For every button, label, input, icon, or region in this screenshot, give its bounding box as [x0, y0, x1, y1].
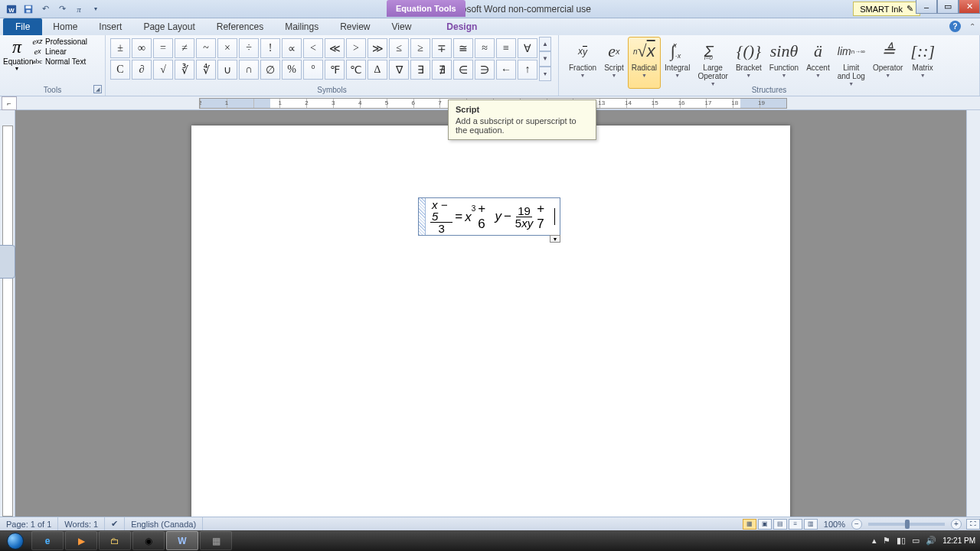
tab-selector[interactable]: ⌐: [2, 96, 17, 110]
view-outline[interactable]: ≡: [789, 519, 802, 530]
symbol-button[interactable]: ≫: [368, 38, 387, 58]
symbol-button[interactable]: ↑: [518, 60, 537, 80]
taskbar-word[interactable]: W: [166, 531, 198, 550]
tray-clock[interactable]: 12:21 PM: [942, 536, 975, 545]
equation-button[interactable]: π Equation ▼: [3, 37, 31, 71]
linear-button[interactable]: exLinear: [32, 47, 87, 56]
tab-review[interactable]: Review: [329, 18, 381, 35]
structure-function[interactable]: sinθFunction▼: [766, 37, 802, 89]
symbol-button[interactable]: ∜: [196, 60, 216, 80]
taskbar-chrome[interactable]: ◉: [132, 531, 165, 550]
vertical-ruler[interactable]: [0, 110, 15, 517]
symbol-button[interactable]: ∇: [389, 60, 409, 80]
zoom-level[interactable]: 100%: [824, 520, 845, 529]
redo-icon[interactable]: ↷: [55, 2, 69, 16]
symbol-button[interactable]: °: [303, 60, 323, 80]
symbol-button[interactable]: ∆: [368, 60, 387, 80]
symbol-button[interactable]: ≡: [496, 38, 516, 58]
zoom-in-button[interactable]: +: [951, 519, 962, 530]
tray-up-icon[interactable]: ▴: [872, 536, 877, 546]
professional-button[interactable]: exzProfessional: [32, 37, 87, 46]
symbol-button[interactable]: ∞: [132, 38, 152, 58]
equation-grip[interactable]: [419, 198, 426, 235]
tab-view[interactable]: View: [381, 18, 423, 35]
status-words[interactable]: Words: 1: [58, 517, 105, 530]
structure-accent[interactable]: äAccent▼: [802, 37, 834, 89]
symbol-button[interactable]: ℉: [325, 60, 345, 80]
symbol-button[interactable]: ∅: [260, 60, 280, 80]
symbol-button[interactable]: >: [346, 38, 366, 58]
structure-operator[interactable]: ≜Operator▼: [869, 37, 906, 89]
taskbar-smart[interactable]: ▦: [200, 531, 232, 550]
symbol-button[interactable]: ∈: [453, 60, 473, 80]
symbol-button[interactable]: ∓: [432, 38, 452, 58]
tab-references[interactable]: References: [206, 18, 274, 35]
page[interactable]: x − 53 = x3 + 6y − 195xy + 7 ▼: [191, 126, 790, 517]
tray-network-icon[interactable]: ▮▯: [897, 536, 906, 546]
symbol-button[interactable]: ∩: [239, 60, 259, 80]
tray-flag-icon[interactable]: ⚑: [883, 536, 890, 546]
tab-design[interactable]: Design: [436, 18, 488, 35]
symbol-button[interactable]: ∀: [518, 38, 537, 58]
symbol-button[interactable]: ≪: [325, 38, 345, 58]
fit-button[interactable]: ⛶: [966, 519, 980, 530]
taskbar-ie[interactable]: e: [31, 531, 64, 550]
file-tab[interactable]: File: [3, 18, 42, 35]
zoom-slider[interactable]: [868, 523, 945, 526]
minimize-ribbon-icon[interactable]: ⌃: [969, 22, 975, 31]
minimize-button[interactable]: –: [916, 0, 937, 14]
symbol-button[interactable]: ∝: [282, 38, 302, 58]
structure-large-operator[interactable]: Σi=0LargeOperator▼: [694, 37, 731, 89]
symbol-button[interactable]: ∛: [175, 60, 194, 80]
save-icon[interactable]: [21, 2, 35, 16]
zoom-out-button[interactable]: −: [851, 519, 862, 530]
help-icon[interactable]: ?: [949, 21, 961, 32]
view-full-screen[interactable]: ▣: [758, 519, 772, 530]
symbol-button[interactable]: =: [153, 38, 173, 58]
symbol-button[interactable]: ≥: [410, 38, 430, 58]
symbols-down-icon[interactable]: ▼: [539, 51, 551, 66]
symbols-more-icon[interactable]: ▾: [539, 67, 551, 81]
symbol-button[interactable]: ≠: [175, 38, 194, 58]
symbol-button[interactable]: ℃: [346, 60, 366, 80]
symbol-button[interactable]: !: [260, 38, 280, 58]
qat-more-icon[interactable]: ▾: [89, 2, 103, 16]
equation-content[interactable]: x − 53 = x3 + 6y − 195xy + 7: [426, 199, 560, 234]
structure-script[interactable]: exScript▼: [600, 37, 628, 89]
symbol-button[interactable]: ≤: [389, 38, 409, 58]
tray-sound-icon[interactable]: 🔊: [926, 536, 936, 546]
symbol-button[interactable]: ∄: [432, 60, 452, 80]
tools-launcher[interactable]: ◢: [93, 85, 102, 93]
symbol-button[interactable]: ≈: [475, 38, 495, 58]
symbol-button[interactable]: ∂: [132, 60, 152, 80]
tab-page-layout[interactable]: Page Layout: [132, 18, 205, 35]
symbol-button[interactable]: ←: [496, 60, 516, 80]
status-language[interactable]: English (Canada): [125, 517, 203, 530]
structure-radical[interactable]: n√xRadical▼: [628, 37, 661, 89]
symbol-button[interactable]: ~: [196, 38, 216, 58]
view-draft[interactable]: ▥: [804, 519, 818, 530]
structure-integral[interactable]: ∫-xxIntegral▼: [661, 37, 694, 89]
symbol-button[interactable]: C: [110, 60, 130, 80]
structure-limit-and-log[interactable]: limn→∞Limitand Log▼: [834, 37, 869, 89]
symbol-button[interactable]: ∋: [475, 60, 495, 80]
structure-fraction[interactable]: xyFraction▼: [565, 37, 600, 89]
symbol-button[interactable]: ÷: [239, 38, 259, 58]
status-proof[interactable]: ✔: [105, 517, 125, 530]
symbol-button[interactable]: <: [303, 38, 323, 58]
view-web-layout[interactable]: ▤: [773, 519, 787, 530]
maximize-button[interactable]: ▭: [937, 0, 959, 14]
status-page[interactable]: Page: 1 of 1: [0, 517, 58, 530]
tab-home[interactable]: Home: [42, 18, 88, 35]
tray-battery-icon[interactable]: ▭: [912, 536, 920, 546]
symbol-button[interactable]: ≅: [453, 38, 473, 58]
equation-qat-icon[interactable]: π: [72, 2, 86, 16]
panel-expander[interactable]: [0, 245, 15, 279]
symbol-button[interactable]: ∃: [410, 60, 430, 80]
undo-icon[interactable]: ↶: [38, 2, 52, 16]
symbol-button[interactable]: ∪: [217, 60, 237, 80]
taskbar-media[interactable]: ▶: [65, 531, 97, 550]
symbol-button[interactable]: ×: [217, 38, 237, 58]
symbols-up-icon[interactable]: ▲: [539, 37, 551, 51]
structure-bracket[interactable]: {()}Bracket▼: [732, 37, 766, 89]
